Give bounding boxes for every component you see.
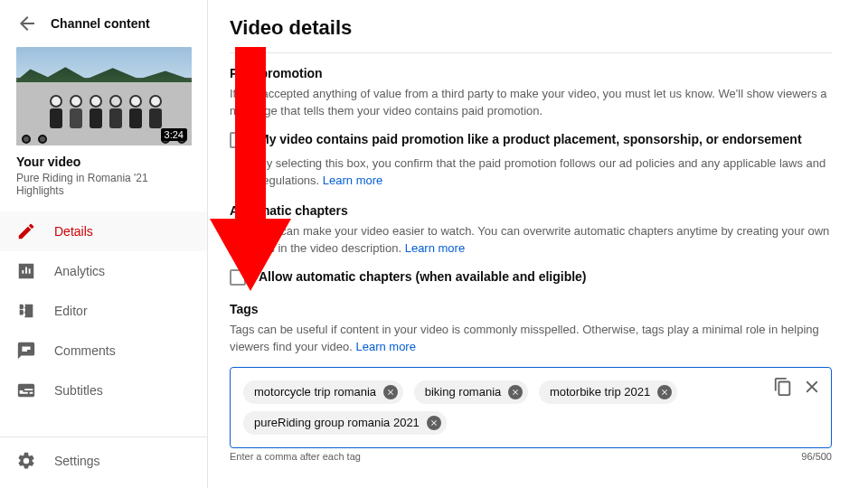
- section-description: Tags can be useful if content in your vi…: [230, 322, 832, 356]
- sidebar-item-label: Details: [54, 224, 93, 239]
- tag-chip[interactable]: pureRiding group romania 2021: [243, 411, 447, 435]
- checkbox-icon[interactable]: [230, 269, 246, 286]
- section-paid-promotion: Paid promotion If you accepted anything …: [230, 66, 832, 189]
- tag-chip[interactable]: motorbike trip 2021: [539, 380, 677, 404]
- auto-chapters-checkbox-row[interactable]: Allow automatic chapters (when available…: [230, 268, 832, 286]
- desc-text: Chapters can make your video easier to w…: [230, 224, 829, 255]
- section-description: Chapters can make your video easier to w…: [230, 223, 832, 258]
- sidebar-item-subtitles[interactable]: Subtitles: [0, 371, 207, 410]
- checkbox-label: Allow automatic chapters (when available…: [259, 268, 587, 286]
- divider: [230, 52, 832, 53]
- tags-helper-row: Enter a comma after each tag 96/500: [230, 451, 832, 462]
- subtitles-icon: [16, 380, 36, 400]
- learn-more-link[interactable]: Learn more: [405, 241, 465, 255]
- section-heading: Automatic chapters: [230, 203, 832, 218]
- divider: [0, 436, 207, 437]
- sidebar-item-label: Settings: [54, 454, 100, 468]
- tag-label: biking romania: [425, 385, 502, 399]
- sidebar-item-editor[interactable]: Editor: [0, 291, 207, 331]
- sidebar-item-label: Analytics: [54, 264, 105, 278]
- learn-more-link[interactable]: Learn more: [355, 340, 415, 353]
- section-description: If you accepted anything of value from a…: [230, 86, 832, 120]
- tags-helper-text: Enter a comma after each tag: [230, 451, 361, 462]
- sidebar-item-label: Subtitles: [54, 383, 103, 398]
- gear-icon: [16, 451, 36, 471]
- tag-label: pureRiding group romania 2021: [254, 416, 420, 429]
- tag-label: motorcycle trip romania: [254, 385, 376, 399]
- tag-chip[interactable]: motorcycle trip romania: [243, 380, 403, 404]
- tag-actions: [773, 377, 822, 397]
- sidebar-item-details[interactable]: Details: [0, 211, 207, 251]
- sidebar-bottom: Settings: [0, 431, 207, 488]
- your-video-block: Your video Pure Riding in Romania '21 Hi…: [0, 155, 207, 206]
- sidebar: Channel content 3:24 Your video Pure Rid…: [0, 0, 208, 488]
- sidebar-item-label: Comments: [54, 343, 116, 358]
- sidebar-item-settings[interactable]: Settings: [0, 441, 207, 481]
- tag-label: motorbike trip 2021: [550, 385, 650, 399]
- video-thumbnail[interactable]: 3:24: [16, 47, 192, 145]
- paid-promotion-checkbox-row[interactable]: My video contains paid promotion like a …: [230, 131, 832, 148]
- sidebar-header: Channel content: [0, 13, 207, 42]
- sidebar-nav: Details Analytics Editor Comments Subtit…: [0, 211, 207, 410]
- learn-more-link[interactable]: Learn more: [323, 174, 382, 187]
- close-icon[interactable]: [802, 377, 822, 397]
- paid-promotion-note: By selecting this box, you confirm that …: [259, 155, 832, 190]
- remove-tag-icon[interactable]: [657, 385, 672, 399]
- sidebar-item-comments[interactable]: Comments: [0, 331, 207, 371]
- checkbox-icon[interactable]: [230, 132, 246, 148]
- tag-chip[interactable]: biking romania: [414, 380, 529, 404]
- copy-icon[interactable]: [773, 377, 793, 397]
- sidebar-item-analytics[interactable]: Analytics: [0, 251, 207, 291]
- section-heading: Paid promotion: [230, 66, 832, 80]
- pencil-icon: [16, 221, 36, 241]
- remove-tag-icon[interactable]: [508, 385, 523, 399]
- comments-icon: [16, 341, 36, 361]
- video-duration-badge: 3:24: [161, 128, 187, 141]
- tags-char-counter: 96/500: [801, 451, 832, 462]
- checkbox-label: My video contains paid promotion like a …: [259, 131, 802, 148]
- page-title: Video details: [230, 16, 832, 40]
- editor-icon: [16, 301, 36, 321]
- your-video-label: Your video: [16, 155, 191, 169]
- video-title: Pure Riding in Romania '21 Highlights: [16, 172, 191, 197]
- section-automatic-chapters: Automatic chapters Chapters can make you…: [230, 203, 832, 286]
- remove-tag-icon[interactable]: [427, 416, 441, 430]
- remove-tag-icon[interactable]: [383, 385, 398, 399]
- section-tags: Tags Tags can be useful if content in yo…: [230, 302, 832, 462]
- main-content: Video details Paid promotion If you acce…: [208, 0, 868, 488]
- tags-input[interactable]: motorcycle trip romania biking romania m…: [230, 367, 832, 448]
- back-arrow-icon[interactable]: [16, 13, 38, 34]
- sidebar-item-label: Editor: [54, 304, 88, 318]
- analytics-icon: [16, 261, 36, 281]
- section-heading: Tags: [230, 302, 832, 316]
- sidebar-title: Channel content: [51, 16, 150, 31]
- desc-text: Tags can be useful if content in your vi…: [230, 323, 819, 353]
